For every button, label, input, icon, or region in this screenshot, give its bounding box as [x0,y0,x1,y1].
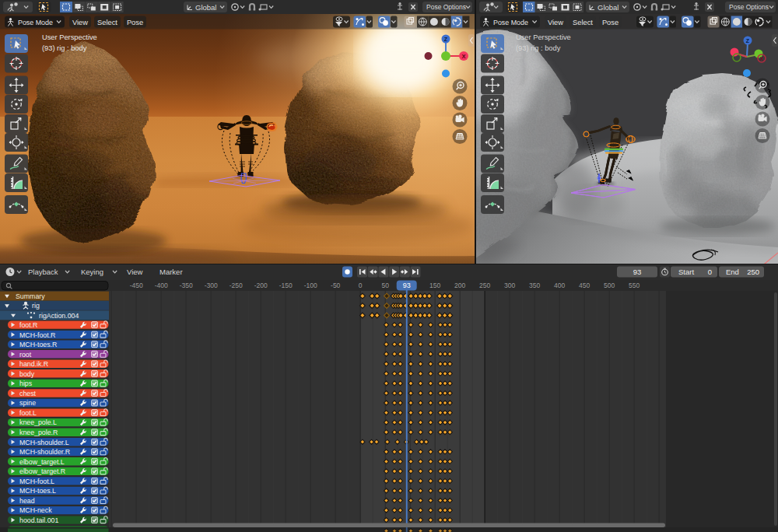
svg-text:Z: Z [746,38,750,44]
svg-text:View: View [72,19,88,26]
svg-text:Summary: Summary [16,292,45,300]
svg-text:500: 500 [604,282,615,289]
svg-text:X: X [461,53,465,60]
svg-text:93: 93 [403,282,411,289]
svg-text:Pose: Pose [127,19,143,26]
svg-text:rig: rig [32,302,40,310]
svg-text:Global: Global [195,3,216,12]
svg-text:-350: -350 [180,282,193,289]
svg-text:(93) rig : body: (93) rig : body [516,44,561,52]
svg-text:User Perspective: User Perspective [42,33,97,41]
svg-text:MCH-foot.L: MCH-foot.L [19,478,54,485]
svg-text:350: 350 [529,282,540,289]
svg-text:Pose Mode: Pose Mode [18,19,53,26]
svg-text:-200: -200 [254,282,268,289]
svg-text:-150: -150 [279,282,293,289]
svg-text:MCH-shoulder.R: MCH-shoulder.R [19,448,70,456]
svg-text:250: 250 [747,268,759,276]
svg-text:Pose Options: Pose Options [426,3,466,11]
svg-text:0: 0 [359,282,363,289]
svg-text:550: 550 [629,282,640,289]
svg-text:-250: -250 [230,282,243,289]
svg-text:elbow_target.R: elbow_target.R [19,467,65,475]
svg-text:Keying: Keying [81,268,103,276]
svg-text:50: 50 [381,282,389,289]
svg-text:(93) rig : body: (93) rig : body [42,44,87,52]
svg-text:0: 0 [708,268,712,276]
svg-text:End: End [726,268,739,276]
svg-text:User Perspective: User Perspective [516,33,571,41]
svg-text:hand.ik.R: hand.ik.R [19,360,48,368]
svg-text:MCH-foot.R: MCH-foot.R [19,331,55,339]
svg-text:MCH-toes.R: MCH-toes.R [19,341,57,348]
svg-text:spine: spine [19,399,36,407]
svg-text:250: 250 [479,282,490,289]
svg-text:Select: Select [573,19,593,26]
svg-text:93: 93 [633,268,642,276]
svg-text:400: 400 [554,282,565,289]
svg-text:X: X [759,55,763,62]
svg-text:Pose Mode: Pose Mode [493,19,528,26]
svg-text:View: View [548,19,563,26]
svg-text:chest: chest [19,390,37,397]
svg-text:200: 200 [454,282,465,289]
svg-text:Z: Z [444,37,448,42]
svg-text:elbow_target.L: elbow_target.L [19,458,65,466]
svg-text:foot.L: foot.L [19,409,37,417]
svg-text:foot.R: foot.R [19,321,37,329]
svg-text:Marker: Marker [159,268,183,276]
svg-text:450: 450 [579,282,590,289]
svg-text:-450: -450 [130,282,143,289]
svg-text:root: root [19,351,32,359]
svg-text:MCH-neck: MCH-neck [19,506,52,514]
svg-text:head: head [19,497,35,505]
svg-text:Global: Global [598,3,619,12]
svg-text:MCH-shoulder.L: MCH-shoulder.L [19,439,69,446]
svg-text:-300: -300 [205,282,218,289]
svg-text:-400: -400 [155,282,168,289]
svg-text:rigAction.004: rigAction.004 [39,312,79,320]
svg-text:MCH-toes.L: MCH-toes.L [19,487,56,495]
svg-text:hood.tail.001: hood.tail.001 [19,516,58,524]
svg-text:View: View [127,268,143,276]
svg-text:Select: Select [97,19,117,26]
svg-text:knee_pole.L: knee_pole.L [19,418,57,426]
svg-text:hips: hips [19,380,33,387]
svg-text:-100: -100 [304,282,317,289]
svg-text:Playback: Playback [28,268,58,276]
svg-text:Pose Options: Pose Options [729,3,769,11]
svg-text:150: 150 [429,282,440,289]
svg-text:Start: Start [678,268,694,276]
svg-text:-50: -50 [331,282,341,289]
svg-text:Pose: Pose [602,19,619,26]
svg-text:body: body [19,370,35,378]
svg-text:300: 300 [504,282,515,289]
svg-text:knee_pole.R: knee_pole.R [19,429,58,436]
